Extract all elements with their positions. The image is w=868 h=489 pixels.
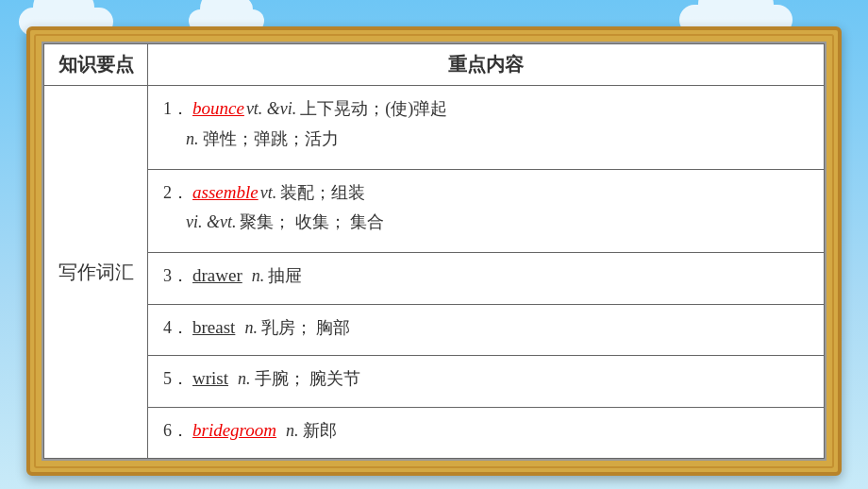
def-assemble-2: 聚集； 收集； 集合	[240, 209, 384, 237]
pos-bounce-2: n.	[186, 126, 199, 154]
content-cell-1: 1． bounce vt. &vi. 上下晃动；(使)弹起 n. 弹性；弹跳；活…	[148, 86, 825, 170]
pos-wrist: n.	[238, 365, 251, 394]
entry-1: 1． bounce vt. &vi. 上下晃动；(使)弹起	[163, 93, 809, 124]
wooden-board: 知识要点 重点内容 写作词汇 1． bounce vt. &vi. 上下晃动；(…	[26, 26, 842, 476]
def-wrist: 手腕； 腕关节	[255, 365, 361, 394]
entry-num-1: 1．	[163, 95, 189, 124]
entry-3: 3． drawer n. 抽屉	[163, 261, 809, 291]
content-cell-2: 2． assemble vt. 装配；组装 vi. &vt. 聚集； 收集； 集…	[148, 169, 825, 253]
pos-bridegroom: n.	[286, 417, 299, 446]
table-row: 写作词汇 1． bounce vt. &vi. 上下晃动；(使)弹起 n. 弹性…	[44, 86, 825, 170]
content-cell-3: 3． drawer n. 抽屉	[148, 253, 825, 304]
entry-5: 5． wrist n. 手腕； 腕关节	[163, 363, 809, 394]
entry-num-6: 6．	[163, 417, 189, 446]
entry-2-sub: vi. &vt. 聚集； 收集； 集合	[186, 209, 809, 237]
word-wrist: wrist	[192, 363, 228, 393]
word-bridegroom: bridegroom	[192, 415, 276, 445]
def-breast: 乳房； 胸部	[261, 314, 351, 343]
def-bridegroom: 新郎	[303, 417, 337, 446]
col1-header: 知识要点	[44, 44, 148, 86]
word-breast: breast	[192, 312, 235, 342]
pos-breast: n.	[244, 314, 258, 343]
pos-assemble-1: vt.	[260, 179, 277, 208]
word-assemble: assemble	[192, 177, 259, 207]
table-row: 2． assemble vt. 装配；组装 vi. &vt. 聚集； 收集； 集…	[44, 169, 825, 253]
entry-2: 2． assemble vt. 装配；组装	[163, 177, 809, 208]
table-row: 4． breast n. 乳房； 胸部	[44, 304, 825, 355]
word-drawer: drawer	[192, 261, 242, 290]
word-bounce: bounce	[192, 93, 244, 123]
pos-assemble-2: vi. &vt.	[186, 209, 236, 237]
table-row: 5． wrist n. 手腕； 腕关节	[44, 356, 825, 407]
table-row: 6． bridegroom n. 新郎	[44, 407, 825, 458]
pos-drawer: n.	[252, 262, 265, 291]
board-inner: 知识要点 重点内容 写作词汇 1． bounce vt. &vi. 上下晃动；(…	[42, 42, 826, 461]
content-cell-4: 4． breast n. 乳房； 胸部	[148, 304, 825, 355]
left-label: 写作词汇	[44, 86, 148, 459]
entry-num-4: 4．	[163, 314, 189, 343]
entry-6: 6． bridegroom n. 新郎	[163, 415, 809, 446]
pos-bounce-1: vt. &vi.	[246, 95, 296, 124]
entry-num-5: 5．	[163, 365, 189, 394]
entry-1-sub: n. 弹性；弹跳；活力	[186, 126, 809, 154]
entry-num-2: 2．	[163, 179, 189, 208]
entry-4: 4． breast n. 乳房； 胸部	[163, 312, 809, 343]
content-cell-5: 5． wrist n. 手腕； 腕关节	[148, 356, 825, 407]
def-drawer: 抽屉	[268, 262, 302, 291]
def-bounce-1: 上下晃动；(使)弹起	[300, 95, 447, 124]
vocab-table: 知识要点 重点内容 写作词汇 1． bounce vt. &vi. 上下晃动；(…	[43, 43, 825, 459]
entry-num-3: 3．	[163, 262, 189, 291]
def-assemble-1: 装配；组装	[280, 179, 365, 208]
col2-header: 重点内容	[148, 44, 825, 86]
table-row: 3． drawer n. 抽屉	[44, 253, 825, 304]
def-bounce-2: 弹性；弹跳；活力	[203, 126, 339, 154]
content-cell-6: 6． bridegroom n. 新郎	[148, 407, 825, 458]
